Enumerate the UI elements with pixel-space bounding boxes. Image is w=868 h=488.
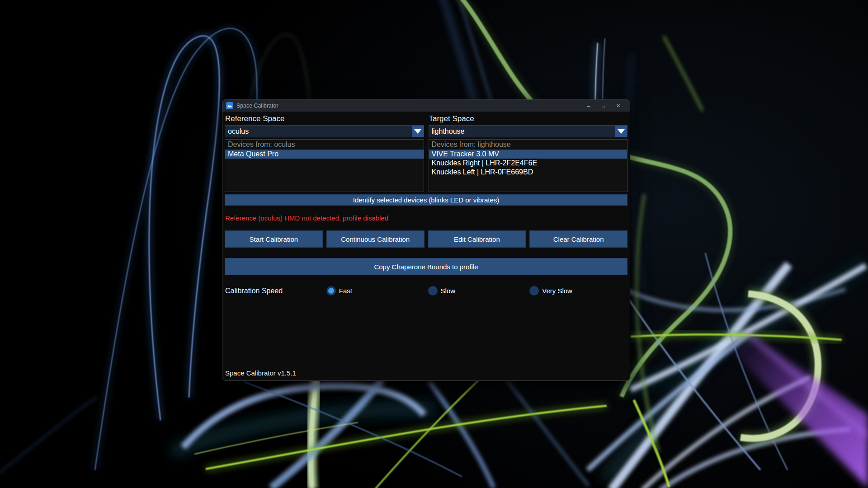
maximize-button[interactable]: □ <box>596 100 611 112</box>
app-icon <box>226 102 233 109</box>
minimize-button[interactable]: – <box>581 100 596 112</box>
target-space-section: Target Space lighthouse Devices from: li… <box>429 112 628 192</box>
calibration-speed-label: Calibration Speed <box>225 287 323 295</box>
close-button[interactable]: ✕ <box>611 100 626 112</box>
dropdown-arrow-icon <box>411 126 424 137</box>
radio-icon <box>428 286 438 296</box>
window-title: Space Calibrator <box>236 103 581 109</box>
edit-calibration-button[interactable]: Edit Calibration <box>428 230 526 248</box>
clear-calibration-button[interactable]: Clear Calibration <box>529 230 627 248</box>
device-item[interactable]: Knuckles Left | LHR-0FE669BD <box>429 168 627 177</box>
speed-option-very-slow[interactable]: Very Slow <box>529 286 627 296</box>
speed-option-fast[interactable]: Fast <box>326 286 425 296</box>
continuous-calibration-button[interactable]: Continuous Calibration <box>326 230 425 248</box>
copy-chaperone-button[interactable]: Copy Chaperone Bounds to profile <box>225 258 627 275</box>
list-header: Devices from: lighthouse <box>429 140 627 150</box>
radio-icon <box>326 286 336 296</box>
speed-option-slow[interactable]: Slow <box>428 286 526 296</box>
target-space-label: Target Space <box>429 114 628 123</box>
reference-space-dropdown[interactable]: oculus <box>225 125 424 137</box>
identify-devices-button[interactable]: Identify selected devices (blinks LED or… <box>225 194 627 206</box>
calibration-speed-row: Calibration Speed Fast Slow Very Slow <box>225 286 627 296</box>
device-item[interactable]: Knuckles Right | LHR-2F2E4F6E <box>429 159 627 168</box>
device-item[interactable]: VIVE Tracker 3.0 MV <box>429 150 627 159</box>
target-device-list[interactable]: Devices from: lighthouse VIVE Tracker 3.… <box>429 139 628 192</box>
radio-label: Slow <box>441 287 456 295</box>
window-content: Reference Space oculus Devices from: ocu… <box>222 112 630 380</box>
reference-space-label: Reference Space <box>225 114 424 123</box>
window-controls: – □ ✕ <box>581 100 630 112</box>
reference-space-section: Reference Space oculus Devices from: ocu… <box>225 112 424 192</box>
target-space-dropdown[interactable]: lighthouse <box>429 125 628 137</box>
titlebar[interactable]: Space Calibrator – □ ✕ <box>222 100 630 112</box>
calibration-buttons-row: Start Calibration Continuous Calibration… <box>225 230 627 248</box>
radio-icon <box>529 286 539 296</box>
version-text: Space Calibrator v1.5.1 <box>225 369 296 377</box>
radio-label: Fast <box>339 287 352 295</box>
dropdown-arrow-icon <box>615 126 627 137</box>
list-header: Devices from: oculus <box>225 140 424 150</box>
device-item[interactable]: Meta Quest Pro <box>225 150 424 159</box>
reference-space-value: oculus <box>225 126 411 137</box>
target-space-value: lighthouse <box>429 126 615 137</box>
reference-device-list[interactable]: Devices from: oculus Meta Quest Pro <box>225 139 424 192</box>
hmd-warning-text: Reference (oculus) HMD not detected, pro… <box>225 214 627 222</box>
space-calibrator-window: Space Calibrator – □ ✕ Reference Space o… <box>222 99 630 381</box>
radio-label: Very Slow <box>542 287 572 295</box>
start-calibration-button[interactable]: Start Calibration <box>225 230 323 248</box>
